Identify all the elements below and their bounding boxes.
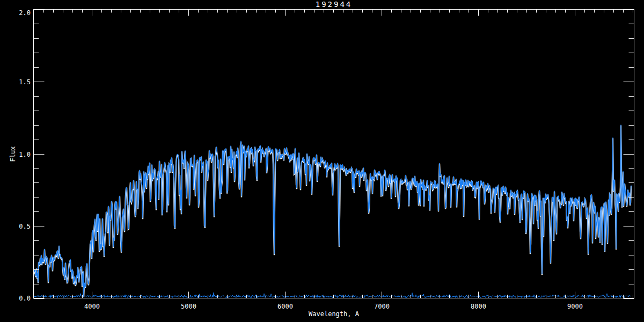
x-axis-label: Wavelength, A [309,310,360,318]
error-spectrum-line [34,292,631,298]
y-tick-label: 2.0 [19,9,31,17]
y-tick-label: 1.5 [19,78,31,86]
plot-generated-content: 4000500060007000800090000.00.51.01.52.0 [19,9,634,311]
x-tick-label: 9000 [567,303,583,310]
y-tick-label: 1.0 [19,151,31,158]
x-tick-label: 7000 [374,303,390,310]
x-tick-label: 6000 [277,303,293,310]
y-tick-label: 0.5 [19,223,31,230]
x-tick-label: 4000 [84,303,100,310]
x-tick-label: 5000 [181,303,196,310]
y-tick-label: 0.0 [19,295,31,302]
spectrum-plot-canvas: 4000500060007000800090000.00.51.01.52.0 … [0,0,644,322]
spectrum-plot-window: 4000500060007000800090000.00.51.01.52.0 … [0,0,644,322]
axes-box [34,10,634,298]
y-axis-label: Flux [9,147,17,162]
plot-title: 192944 [316,0,353,9]
x-tick-label: 8000 [471,303,486,310]
